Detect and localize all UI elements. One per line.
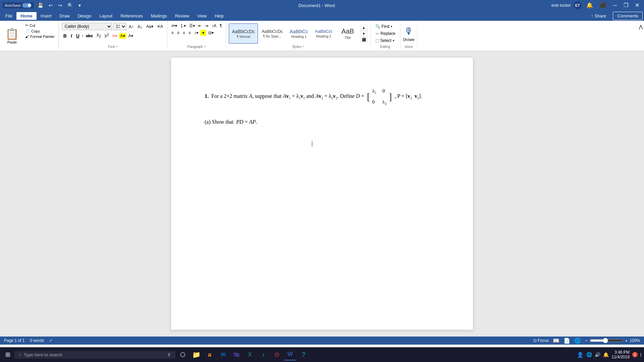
subscript-button[interactable]: X2 <box>95 32 103 39</box>
font-family-select[interactable]: Calibri (Body) <box>62 23 112 30</box>
taskbar-excel[interactable]: X <box>244 349 256 361</box>
change-case-btn[interactable]: Aa▾ <box>145 23 155 29</box>
paste-button[interactable]: 📋 Paste <box>3 26 21 46</box>
underline-button[interactable]: U <box>74 33 81 39</box>
taskbar-chrome[interactable]: ⊙ <box>271 349 283 361</box>
microphone-icon[interactable]: 🎙 <box>167 352 171 357</box>
decrease-indent-btn[interactable]: ⇤ <box>197 23 203 29</box>
style-normal[interactable]: AaBbCcDc ¶ Normal <box>229 23 258 44</box>
increase-indent-btn[interactable]: ⇥ <box>204 23 210 29</box>
taskbar-word[interactable]: W <box>284 349 296 361</box>
zoom-in-btn[interactable]: + <box>625 338 628 343</box>
taskbar-mail[interactable]: ✉ <box>217 349 229 361</box>
sort-btn[interactable]: ↕A <box>210 23 218 29</box>
cursor-area[interactable] <box>312 138 439 149</box>
font-color-btn[interactable]: A▾ <box>111 33 118 39</box>
increase-font-btn[interactable]: A↑ <box>127 23 135 30</box>
share-button[interactable]: ↑ Share <box>587 12 610 20</box>
style-heading2[interactable]: AaBbCct Heading 2 <box>312 23 335 44</box>
styles-scroll-down[interactable]: ▼ <box>360 31 368 37</box>
web-layout-btn[interactable]: 🌐 <box>574 338 581 344</box>
replace-button[interactable]: ↔ Replace <box>373 31 397 37</box>
taskbar-task-view[interactable]: ⬡ <box>177 349 189 361</box>
styles-expand-icon[interactable]: ↗ <box>302 45 304 48</box>
copy-button[interactable]: 📄 Copy <box>24 28 56 34</box>
print-layout-btn[interactable]: 📄 <box>564 338 570 344</box>
align-center-btn[interactable]: ≡ <box>176 30 181 36</box>
collapse-ribbon-btn[interactable]: ⋀ <box>638 23 644 30</box>
search-quick-access[interactable]: 🔍 <box>66 2 74 9</box>
read-mode-btn[interactable]: 📖 <box>553 338 559 344</box>
ribbon-display-icon[interactable]: ⬛ <box>598 1 608 9</box>
justify-btn[interactable]: ≡ <box>187 30 192 36</box>
sound-icon[interactable]: 🔊 <box>595 352 600 357</box>
style-heading1[interactable]: AaBbCc Heading 1 <box>287 23 311 44</box>
user-avatar[interactable]: ET <box>574 1 582 9</box>
network-icon[interactable]: 🌐 <box>586 352 592 357</box>
superscript-button[interactable]: X2 <box>103 32 110 39</box>
tab-file[interactable]: File <box>1 12 16 20</box>
tab-review[interactable]: Review <box>171 12 194 20</box>
show-para-btn[interactable]: ¶ <box>218 23 223 29</box>
start-button[interactable]: ⊞ <box>3 350 13 360</box>
tab-view[interactable]: View <box>193 12 211 20</box>
restore-button[interactable]: ❐ <box>622 1 630 9</box>
style-nospace[interactable]: AaBbCcDc ¶ No Spac... <box>259 23 286 44</box>
minimize-button[interactable]: ─ <box>611 1 619 9</box>
font-expand-icon[interactable]: ↗ <box>115 45 118 48</box>
show-desktop-btn[interactable]: | <box>640 352 641 357</box>
tab-help[interactable]: Help <box>211 12 228 20</box>
zoom-slider[interactable] <box>590 338 623 343</box>
bold-button[interactable]: B <box>62 33 68 39</box>
notification-icon[interactable]: 🔔 <box>584 1 595 9</box>
tab-insert[interactable]: Insert <box>37 12 56 20</box>
format-painter-button[interactable]: 🖌 Format Painter <box>24 34 56 39</box>
numbering-btn[interactable]: 1.▾ <box>179 23 187 29</box>
tab-design[interactable]: Design <box>74 12 95 20</box>
autosave-toggle[interactable]: AutoSave Off <box>3 2 34 8</box>
autosave-switch[interactable]: Off <box>22 3 32 8</box>
taskbar-spotify[interactable]: ♪ <box>257 349 269 361</box>
focus-button[interactable]: ⊡ Focus <box>533 338 549 343</box>
multilevel-btn[interactable]: ☰▾ <box>188 23 196 29</box>
search-bar[interactable]: ○ Type here to search 🎙 <box>14 351 175 359</box>
close-button[interactable]: ✕ <box>633 1 641 9</box>
borders-btn[interactable]: ⊟▾ <box>207 30 215 36</box>
taskbar-file-explorer[interactable]: 📁 <box>190 349 202 361</box>
tab-draw[interactable]: Draw <box>56 12 74 20</box>
paragraph-expand-icon[interactable]: ↗ <box>204 45 206 48</box>
comments-button[interactable]: Comments <box>613 12 643 20</box>
styles-scroll-up[interactable]: ▲ <box>360 25 368 31</box>
taskbar-shopping[interactable]: 🛍 <box>230 349 243 361</box>
font-size-select[interactable]: 11 <box>113 23 126 30</box>
document-page[interactable]: 1. For a 2×2 matrix A, suppose that Av1 … <box>171 58 473 330</box>
tab-home[interactable]: Home <box>16 12 37 20</box>
text-shading-btn[interactable]: A▾ <box>127 33 135 39</box>
clear-format-btn[interactable]: ✕A <box>156 23 164 29</box>
zoom-out-btn[interactable]: − <box>585 338 588 343</box>
shading-btn[interactable]: ▾ <box>200 30 206 36</box>
notification-badge[interactable]: 6 <box>632 352 638 357</box>
select-button[interactable]: ⬚ Select ▾ <box>373 38 397 44</box>
tab-layout[interactable]: Layout <box>95 12 116 20</box>
italic-button[interactable]: I <box>69 33 74 39</box>
taskbar-amazon[interactable]: a <box>204 349 216 361</box>
strikethrough-button[interactable]: abc <box>84 33 95 39</box>
save-quick-access[interactable]: 💾 <box>36 2 45 9</box>
customize-quick-access[interactable]: ▾ <box>77 2 82 9</box>
notification-icon2[interactable]: 🔔 <box>603 352 609 357</box>
people-icon[interactable]: 👤 <box>577 352 584 358</box>
taskbar-help[interactable]: ? <box>298 349 310 361</box>
proofing-icon[interactable]: ✓ <box>49 338 53 343</box>
find-button[interactable]: 🔍 Find ▾ <box>373 23 397 29</box>
highlight-btn[interactable]: A▾ <box>119 33 126 39</box>
cut-button[interactable]: ✂ Cut <box>24 23 56 28</box>
align-left-btn[interactable]: ≡ <box>170 30 175 36</box>
align-right-btn[interactable]: ≡ <box>181 30 186 36</box>
tab-references[interactable]: References <box>116 12 147 20</box>
undo-quick-access[interactable]: ↩ <box>47 2 54 9</box>
redo-quick-access[interactable]: ↪ <box>57 2 63 9</box>
style-title[interactable]: AaB Title <box>336 23 360 44</box>
line-spacing-btn[interactable]: ↕▾ <box>193 30 200 36</box>
bullets-btn[interactable]: ≡•▾ <box>170 23 178 29</box>
